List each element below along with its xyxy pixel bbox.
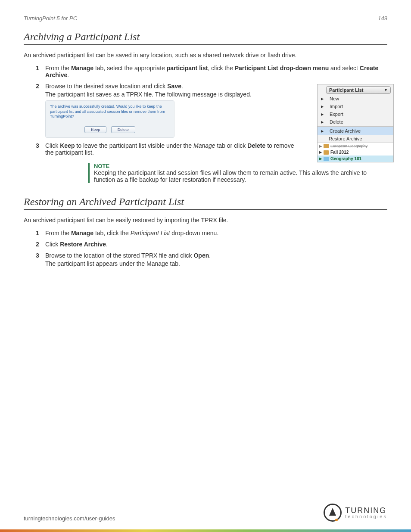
step-1: 1 From the Manage tab, select the approp… [36,65,387,78]
keep-button[interactable]: Keep [84,126,106,133]
step-num: 1 [36,230,39,236]
tree-row-geography101[interactable]: ▶Geography 101 [318,156,393,162]
page-footer: turningtechnologies.com/user-guides TURN… [24,504,387,522]
note-block: NOTE Keeping the participant list and se… [88,163,387,183]
section2-steps: 1 From the Manage tab, click the Partici… [24,230,387,267]
r-step-3: 3 Browse to the location of the stored T… [36,252,387,267]
step-num: 2 [36,241,39,248]
folder-icon [324,150,329,155]
dropdown-item-export[interactable]: ▶Export [318,110,393,118]
logo-icon [324,504,342,522]
expand-icon: ▶ [321,105,324,109]
r-step-2: 2 Click Restore Archive. [36,241,387,248]
chevron-down-icon: ▼ [384,88,388,92]
step-num: 1 [36,65,39,72]
doc-title: TurningPoint 5 for PC [24,15,77,22]
archive-dialog: The archive was successfully created. Wo… [45,100,174,138]
page-header: TurningPoint 5 for PC 149 [24,15,387,23]
turning-logo: TURNING technologies [324,504,387,522]
tree-row-struck: ▶European Geography [318,143,393,149]
dropdown-item-create-archive[interactable]: ▶Create Archive [318,127,393,135]
logo-text-big: TURNING [345,507,387,514]
section2-intro: An archived participant list can be easi… [24,217,387,224]
section1-intro: An archived participant list can be save… [24,52,387,59]
delete-button[interactable]: Delete [111,126,135,133]
page-number: 149 [378,15,387,22]
section-restoring-title: Restoring an Archived Participant List [24,196,387,210]
participant-tree: ▶European Geography ▶Fall 2012 ▶Geograph… [318,143,393,162]
step-num: 3 [36,142,39,149]
dropdown-header-label: Participant List [329,87,363,93]
expand-icon: ▶ [321,129,324,133]
r-step-1: 1 From the Manage tab, click the Partici… [36,230,387,236]
expand-icon: ▶ [321,112,324,116]
expand-icon: ▶ [321,120,324,124]
note-label: NOTE [94,163,387,169]
dropdown-item-restore-archive[interactable]: Restore Archive [318,135,393,143]
step-num: 3 [36,252,39,259]
list-icon [324,157,329,161]
footer-url: turningtechnologies.com/user-guides [24,515,115,522]
participant-list-dropdown: Participant List ▼ ▶New ▶Import ▶Export … [317,84,394,162]
dropdown-item-delete[interactable]: ▶Delete [318,118,393,126]
r-step-3-sub: The participant list appears under the M… [45,260,387,267]
dropdown-item-import[interactable]: ▶Import [318,103,393,110]
note-text: Keeping the participant list and session… [94,169,387,183]
tree-row-fall2012[interactable]: ▶Fall 2012 [318,149,393,156]
step-num: 2 [36,83,39,90]
dropdown-header-button[interactable]: Participant List ▼ [326,86,391,94]
dropdown-item-new[interactable]: ▶New [318,95,393,103]
folder-icon [324,144,329,148]
expand-icon: ▶ [321,97,324,101]
logo-text-small: technologies [345,514,387,519]
dialog-message: The archive was successfully created. Wo… [50,104,170,119]
footer-color-bar [0,529,411,532]
section-archiving-title: Archiving a Participant List [24,31,387,45]
